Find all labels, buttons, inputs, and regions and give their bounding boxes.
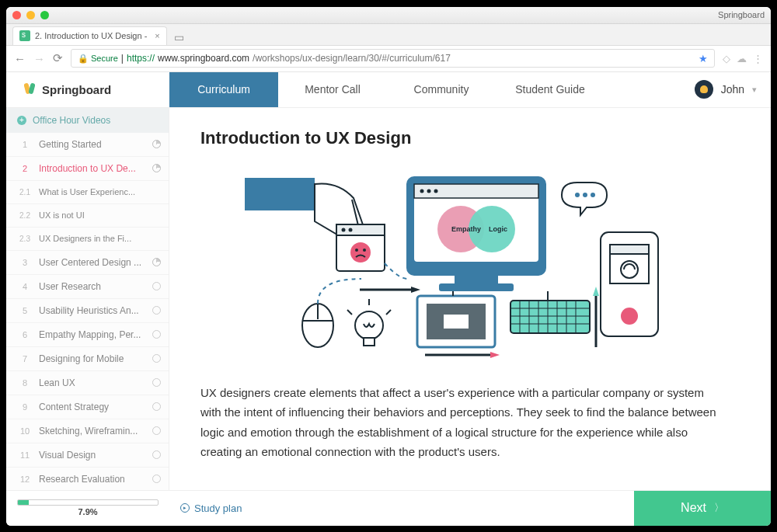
nav-item-mentor-call[interactable]: Mentor Call xyxy=(278,72,387,107)
sidebar-item-label: Lean UX xyxy=(39,377,146,388)
url-host: www.springboard.com xyxy=(158,53,249,64)
sidebar: + Office Hour Videos 1Getting Started2In… xyxy=(6,108,169,490)
sidebar-item[interactable]: 10Sketching, Wireframin... xyxy=(6,419,169,443)
nav-item-curriculum[interactable]: Curriculum xyxy=(169,72,278,107)
sidebar-item[interactable]: 6Empathy Mapping, Per... xyxy=(6,323,169,347)
sidebar-item-label: Introduction to UX De... xyxy=(39,163,146,174)
browser-tab[interactable]: 2. Introduction to UX Design - × xyxy=(12,26,167,45)
sidebar-item-number: 7 xyxy=(17,354,33,363)
sidebar-item[interactable]: 9Content Strategy xyxy=(6,395,169,419)
omnibox[interactable]: 🔒 Secure | https://www.springboard.com/w… xyxy=(71,49,715,68)
sidebar-item[interactable]: 2.2UX is not UI xyxy=(6,204,169,228)
svg-text:Empathy: Empathy xyxy=(451,225,481,233)
study-plan-link[interactable]: ▸ Study plan xyxy=(180,502,242,514)
user-name: John xyxy=(721,83,744,96)
page-title: Introduction to UX Design xyxy=(200,128,724,148)
svg-rect-29 xyxy=(510,301,590,333)
maximize-window-button[interactable] xyxy=(40,11,49,19)
circle-icon xyxy=(152,402,161,411)
extension-icon[interactable]: ◇ xyxy=(723,53,730,64)
svg-marker-47 xyxy=(411,287,420,293)
brand[interactable]: Springboard xyxy=(6,72,169,107)
tab-strip: 2. Introduction to UX Design - × ▭ xyxy=(6,24,771,46)
browser-window: Springboard 2. Introduction to UX Design… xyxy=(6,7,771,526)
footer: 7.9% ▸ Study plan Next 〉 xyxy=(6,490,771,526)
sidebar-item-label: Designing for Mobile xyxy=(39,353,146,364)
svg-rect-11 xyxy=(414,184,538,198)
sidebar-item[interactable]: 2Introduction to UX De... xyxy=(6,157,169,181)
nav-item-student-guide[interactable]: Student Guide xyxy=(496,72,605,107)
traffic-lights xyxy=(12,11,49,19)
sidebar-item-number: 9 xyxy=(17,402,33,412)
sidebar-item-number: 6 xyxy=(17,330,33,339)
sidebar-item[interactable]: 7Designing for Mobile xyxy=(6,347,169,371)
sidebar-item[interactable]: 8Lean UX xyxy=(6,371,169,395)
sidebar-header[interactable]: + Office Hour Videos xyxy=(6,108,169,133)
sidebar-item[interactable]: 2.3UX Designers in the Fi... xyxy=(6,228,169,251)
svg-point-28 xyxy=(621,308,638,325)
close-tab-icon[interactable]: × xyxy=(155,31,159,40)
close-window-button[interactable] xyxy=(12,11,21,19)
next-button[interactable]: Next 〉 xyxy=(634,491,771,526)
svg-point-21 xyxy=(575,193,580,197)
tab-title: 2. Introduction to UX Design - xyxy=(35,31,147,40)
svg-point-23 xyxy=(591,193,595,197)
window-title: Springboard xyxy=(718,10,765,19)
svg-rect-43 xyxy=(444,315,469,329)
clock-icon xyxy=(152,140,161,148)
secure-badge: 🔒 Secure xyxy=(78,54,118,64)
sidebar-item-label: User Research xyxy=(39,281,146,292)
svg-point-12 xyxy=(420,189,424,193)
clock-icon xyxy=(152,164,161,172)
body-text: UX designers create elements that affect… xyxy=(200,383,724,462)
svg-marker-45 xyxy=(490,352,500,358)
sidebar-item-label: Sketching, Wireframin... xyxy=(39,426,146,436)
svg-rect-0 xyxy=(245,178,315,210)
sidebar-item-number: 11 xyxy=(17,450,33,460)
nav-item-community[interactable]: Community xyxy=(387,72,496,107)
lock-icon: 🔒 xyxy=(78,54,89,64)
sidebar-item-number: 8 xyxy=(17,378,33,388)
sidebar-item-number: 12 xyxy=(17,475,33,484)
reload-button[interactable]: ⟳ xyxy=(53,51,63,65)
favicon-icon xyxy=(19,30,30,41)
sidebar-item-label: User Centered Design ... xyxy=(39,257,146,268)
hero-illustration: Empathy Logic xyxy=(200,162,724,364)
sidebar-item[interactable]: 12Research Evaluation xyxy=(6,468,169,490)
svg-point-8 xyxy=(363,249,366,252)
sidebar-item[interactable]: 4User Research xyxy=(6,275,169,299)
sidebar-item-number: 5 xyxy=(17,306,33,315)
sidebar-item-number: 4 xyxy=(17,282,33,291)
sidebar-item-number: 1 xyxy=(17,140,33,149)
svg-point-6 xyxy=(350,242,371,263)
forward-button[interactable]: → xyxy=(33,52,45,65)
svg-point-7 xyxy=(355,249,358,252)
sidebar-item-label: Content Strategy xyxy=(39,402,146,412)
circle-icon xyxy=(152,475,161,483)
bookmark-star-icon[interactable]: ★ xyxy=(699,53,708,64)
sidebar-item[interactable]: 3User Centered Design ... xyxy=(6,251,169,275)
user-menu[interactable]: John ▾ xyxy=(681,72,771,107)
svg-point-4 xyxy=(342,228,346,231)
sidebar-item[interactable]: 5Usability Heuristics An... xyxy=(6,299,169,323)
menu-icon[interactable]: ⋮ xyxy=(753,53,763,64)
clock-icon xyxy=(152,258,161,266)
top-nav: Springboard CurriculumMentor CallCommuni… xyxy=(6,72,771,108)
sidebar-item[interactable]: 2.1What is User Experienc... xyxy=(6,181,169,204)
minimize-window-button[interactable] xyxy=(26,11,35,19)
circle-icon xyxy=(152,450,161,459)
extension-icons: ◇ ☁ ⋮ xyxy=(723,53,763,64)
new-tab-button[interactable]: ▭ xyxy=(172,31,187,45)
avatar-icon xyxy=(695,80,713,99)
back-button[interactable]: ← xyxy=(14,52,26,65)
sidebar-item-label: Visual Design xyxy=(39,450,146,461)
sidebar-item[interactable]: 1Getting Started xyxy=(6,133,169,157)
play-circle-icon: ▸ xyxy=(180,503,190,513)
sidebar-item[interactable]: 11Visual Design xyxy=(6,443,169,468)
sidebar-item-number: 2 xyxy=(17,164,33,173)
chevron-down-icon: ▾ xyxy=(752,85,757,95)
progress-label: 7.9% xyxy=(78,507,97,516)
extension-icon[interactable]: ☁ xyxy=(737,53,747,64)
chevron-right-icon: 〉 xyxy=(714,501,724,515)
sidebar-item-number: 2.3 xyxy=(17,235,33,243)
